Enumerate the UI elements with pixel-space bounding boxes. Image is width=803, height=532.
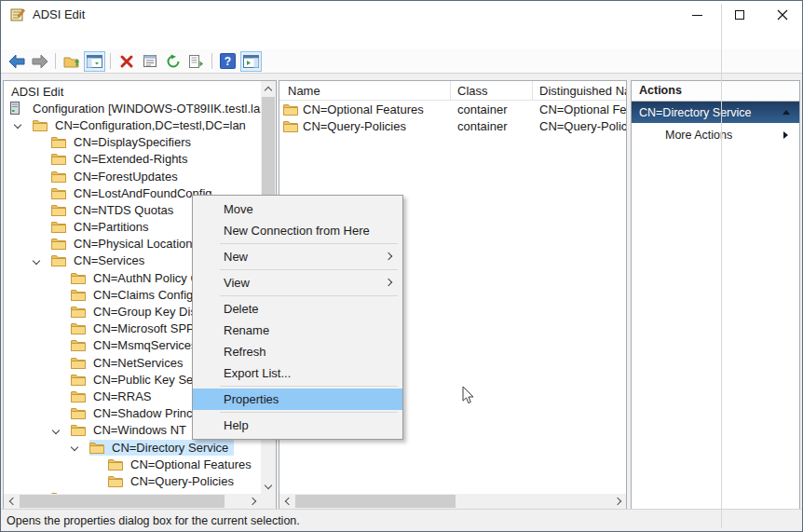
tree-item-label: CN=Configuration,DC=testl,DC=lan (52, 118, 249, 132)
scroll-down-button[interactable] (261, 479, 276, 494)
tree-item-icon (71, 306, 90, 318)
list-item[interactable]: CN=Query-Policies container CN=Query-Pol… (279, 118, 626, 136)
context-menu-item[interactable]: Refresh (193, 341, 402, 362)
folder-icon (71, 390, 86, 402)
chevron-down-icon[interactable] (71, 443, 78, 451)
chevron-down-icon[interactable] (14, 121, 21, 129)
tree-item-label: CN=Microsoft SPP (90, 321, 197, 335)
folder-icon (51, 238, 66, 250)
actions-panel: Actions CN=Directory Service More Action… (631, 80, 800, 510)
folder-icon (283, 103, 298, 116)
tree-item-icon (51, 254, 71, 266)
chevron-down-icon[interactable] (33, 257, 40, 265)
context-menu-item[interactable]: New (193, 246, 402, 267)
submenu-arrow-icon (783, 131, 788, 139)
adsi-edit-window: { "window": { "title": "ADSI Edit" }, "m… (0, 0, 803, 532)
maximize-button[interactable] (718, 1, 761, 29)
list-header: Name Class Distinguished Na (279, 81, 626, 101)
close-icon (777, 9, 788, 20)
tree-item[interactable]: Configuration [WINDOWS-OT89IIK.testl.lan… (4, 100, 261, 116)
back-button[interactable] (6, 51, 27, 72)
server-icon (10, 102, 20, 115)
more-actions-item[interactable]: More Actions (632, 123, 799, 147)
show-action-pane-button[interactable] (240, 51, 262, 72)
context-menu-item[interactable]: Rename (193, 320, 402, 341)
collapse-icon[interactable] (783, 110, 790, 115)
export-list-button[interactable] (185, 51, 207, 72)
export-list-icon (188, 54, 204, 69)
list-item-dn: CN=Optional Fea (533, 102, 626, 116)
list-horizontal-scrollbar[interactable] (279, 494, 626, 509)
menu-bar (1, 29, 802, 49)
delete-icon (119, 54, 134, 69)
context-menu-item[interactable]: Export List... (193, 362, 402, 384)
tree-horizontal-scrollbar[interactable] (4, 494, 261, 509)
properties-button[interactable] (139, 51, 160, 72)
tree-item-label: CN=NTDS Quotas (71, 203, 176, 217)
context-menu-item[interactable]: New Connection from Here (193, 220, 402, 241)
refresh-icon (166, 54, 181, 69)
context-menu: Move New Connection from Here New View D… (192, 195, 403, 440)
list-rows: CN=Optional Features container CN=Option… (279, 101, 626, 135)
chevron-down-icon[interactable] (52, 427, 60, 434)
folder-icon (51, 254, 66, 266)
tree-item-label: CN=RRAS (90, 389, 155, 403)
column-header-distinguished-name[interactable]: Distinguished Na (533, 81, 626, 100)
delete-button[interactable] (116, 51, 137, 72)
menu-bar-item[interactable] (54, 29, 71, 49)
folder-icon (71, 272, 86, 284)
refresh-button[interactable] (162, 51, 184, 72)
adsi-edit-app-icon (10, 7, 25, 22)
folder-icon (71, 357, 86, 369)
tree-item-label: CN=DisplaySpecifiers (71, 135, 194, 149)
scroll-left-button[interactable] (279, 494, 294, 509)
menu-bar-item[interactable] (20, 29, 37, 49)
context-menu-item[interactable]: Delete (193, 298, 402, 320)
folder-icon (51, 221, 66, 233)
tree-item-icon (51, 171, 71, 183)
scroll-up-button[interactable] (261, 81, 276, 96)
scrollbar-thumb[interactable] (295, 495, 456, 508)
list-item-name: CN=Query-Policies (303, 119, 406, 133)
actions-group-header[interactable]: CN=Directory Service (632, 102, 799, 123)
column-header-class[interactable]: Class (451, 81, 533, 100)
scroll-left-button[interactable] (4, 494, 19, 509)
tree-item-label: CN=Physical Locations (71, 237, 201, 251)
scroll-right-button[interactable] (246, 494, 261, 509)
tree-item[interactable]: CN=Directory Service (4, 439, 261, 456)
title-bar: ADSI Edit (1, 1, 802, 29)
svg-text:?: ? (225, 55, 231, 68)
tree-item-icon (51, 221, 71, 233)
tree-item[interactable]: CN=DisplaySpecifiers (4, 134, 261, 151)
tree-item[interactable]: ADSI Edit (4, 83, 261, 100)
menu-bar-item[interactable] (4, 29, 20, 49)
forward-button[interactable] (29, 51, 50, 72)
help-button[interactable]: ? (217, 51, 238, 72)
list-item[interactable]: CN=Optional Features container CN=Option… (279, 101, 626, 118)
tree-item-icon (71, 322, 90, 334)
tree-item[interactable]: CN=ForestUpdates (4, 168, 261, 184)
menu-bar-item[interactable] (37, 29, 54, 49)
list-item-class: container (451, 119, 533, 133)
tree-item[interactable]: CN=Configuration,DC=testl,DC=lan (4, 116, 261, 133)
column-header-name[interactable]: Name (279, 81, 451, 100)
minimize-button[interactable] (675, 1, 718, 29)
status-bar-divider (721, 4, 722, 528)
context-menu-item[interactable]: Properties (193, 389, 402, 410)
toolbar-separator (211, 53, 212, 69)
properties-icon (143, 54, 157, 68)
context-menu-item[interactable]: Help (193, 415, 402, 436)
up-one-level-button[interactable] (61, 51, 82, 72)
context-menu-item[interactable]: View (193, 272, 402, 293)
submenu-arrow-icon (385, 252, 392, 260)
tree-item[interactable]: CN=Extended-Rights (4, 151, 261, 168)
tree-item-icon (108, 458, 128, 471)
tree-item[interactable]: CN=Query-Policies (4, 472, 261, 489)
context-menu-item[interactable]: Move (193, 198, 402, 220)
scroll-right-button[interactable] (611, 494, 626, 509)
show-console-tree-button[interactable] (84, 51, 105, 72)
tree-item-label: CN=Query-Policies (128, 474, 237, 488)
close-button[interactable] (761, 1, 803, 29)
tree-item[interactable]: CN=Optional Features (4, 456, 261, 472)
scrollbar-thumb[interactable] (20, 495, 225, 508)
